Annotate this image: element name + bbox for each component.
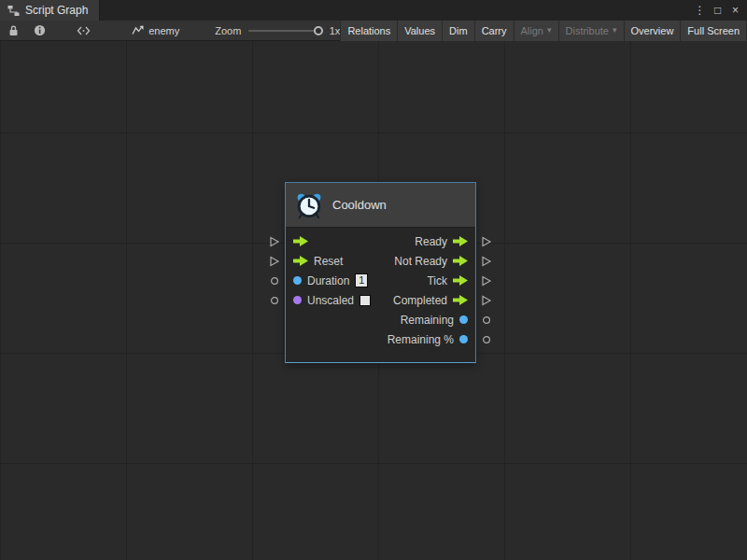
distribute-button: Distribute ▾: [558, 21, 624, 41]
code-button[interactable]: [75, 21, 92, 41]
port-label-not-ready: Not Ready: [394, 255, 447, 268]
graph-toolbar: enemy Zoom 1x Relations Values Dim Carry…: [0, 21, 747, 41]
carry-button[interactable]: Carry: [474, 21, 514, 41]
value-output-connector[interactable]: [481, 315, 492, 326]
tab-script-graph[interactable]: Script Graph: [0, 0, 100, 21]
info-icon: [34, 24, 46, 36]
port-label-completed: Completed: [393, 294, 447, 307]
graph-pointer-icon: [132, 25, 144, 35]
alarm-clock-icon: [295, 191, 323, 219]
node-port-rows: Ready Reset: [286, 228, 475, 362]
window-titlebar: Script Graph ⋮ □ ×: [0, 0, 747, 21]
lock-icon: [7, 24, 20, 36]
value-input-port[interactable]: [293, 296, 302, 304]
duration-field[interactable]: 1: [355, 273, 368, 287]
zoom-label: Zoom: [215, 25, 241, 36]
lock-button[interactable]: [5, 21, 22, 41]
toolbar-button-group: Relations Values Dim Carry Align ▾ Distr…: [340, 21, 747, 41]
graph-name: enemy: [148, 25, 179, 36]
unscaled-checkbox[interactable]: [359, 295, 371, 306]
dim-button[interactable]: Dim: [442, 21, 474, 41]
chevron-down-icon: ▾: [547, 26, 552, 35]
info-button[interactable]: [30, 21, 48, 41]
port-label-tick: Tick: [427, 274, 447, 287]
flow-output-connector[interactable]: [481, 236, 492, 247]
value-output-port[interactable]: [459, 335, 468, 343]
port-label-remaining-percent: Remaining %: [388, 333, 454, 346]
flow-output-connector[interactable]: [481, 295, 492, 306]
values-button[interactable]: Values: [397, 21, 442, 41]
value-input-connector[interactable]: [269, 295, 280, 306]
port-row: Remaining %: [286, 329, 475, 349]
flow-input-connector[interactable]: [269, 256, 280, 267]
code-icon: [77, 25, 91, 36]
port-row: Reset Not Ready: [286, 251, 475, 271]
flow-output-port[interactable]: [453, 295, 468, 305]
graph-canvas[interactable]: Cooldown Ready: [0, 41, 747, 560]
flow-input-port[interactable]: [293, 236, 308, 246]
port-label-unscaled: Unscaled: [307, 294, 354, 307]
relations-button[interactable]: Relations: [340, 21, 397, 41]
overview-button[interactable]: Overview: [624, 21, 681, 41]
flow-input-port[interactable]: [293, 256, 308, 266]
cooldown-node-header[interactable]: Cooldown: [286, 183, 475, 228]
port-label-ready: Ready: [415, 235, 447, 248]
breadcrumb-enemy[interactable]: enemy: [132, 25, 179, 36]
value-output-port[interactable]: [459, 315, 468, 324]
flow-output-port[interactable]: [453, 236, 468, 246]
chevron-down-icon: ▾: [613, 26, 617, 35]
port-row: Duration 1 Tick: [286, 271, 475, 290]
zoom-slider[interactable]: [248, 24, 322, 37]
window-maximize-icon[interactable]: □: [710, 2, 726, 19]
value-output-connector[interactable]: [481, 334, 492, 345]
flow-output-connector[interactable]: [481, 256, 492, 267]
window-menu-icon[interactable]: ⋮: [692, 2, 708, 19]
cooldown-node[interactable]: Cooldown Ready: [285, 182, 476, 363]
align-button: Align ▾: [514, 21, 558, 41]
zoom-slider-track[interactable]: [248, 30, 322, 32]
port-row: Ready: [286, 231, 475, 251]
window-controls: ⋮ □ ×: [692, 0, 747, 21]
value-input-connector[interactable]: [269, 275, 280, 287]
flow-input-connector[interactable]: [269, 236, 280, 247]
flow-output-port[interactable]: [453, 275, 468, 286]
full-screen-button[interactable]: Full Screen: [680, 21, 747, 41]
node-title: Cooldown: [332, 198, 387, 212]
window-close-icon[interactable]: ×: [727, 2, 743, 19]
flow-output-port[interactable]: [453, 256, 468, 266]
flow-output-connector[interactable]: [481, 275, 492, 287]
port-row: Unscaled Completed: [286, 290, 475, 310]
zoom-value: 1x: [330, 25, 341, 36]
value-input-port[interactable]: [293, 276, 302, 285]
port-label-remaining: Remaining: [401, 314, 454, 327]
port-label-duration: Duration: [307, 274, 349, 287]
zoom-slider-handle[interactable]: [314, 26, 323, 35]
port-label-reset: Reset: [314, 255, 343, 268]
tab-title: Script Graph: [25, 4, 88, 17]
script-graph-icon: [7, 5, 20, 17]
port-row: Remaining: [286, 310, 475, 329]
